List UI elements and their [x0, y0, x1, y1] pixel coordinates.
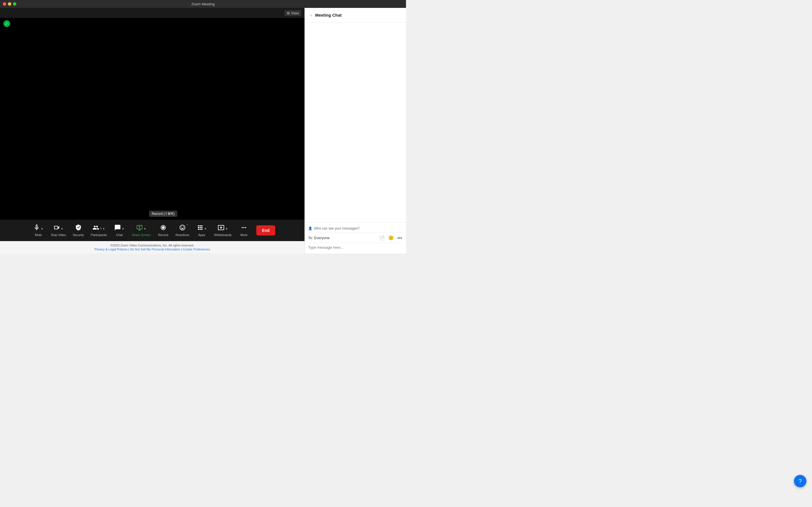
apps-label: Apps	[198, 233, 205, 237]
chat-header: ‹ Meeting Chat	[305, 8, 406, 22]
stop-video-button[interactable]: ▲ Stop Video	[49, 223, 68, 238]
chat-messages	[305, 22, 406, 222]
more-icon	[241, 224, 247, 232]
copyright-text: ©2023 Zoom Video Communications, Inc. Al…	[110, 244, 194, 247]
reactions-label: Reactions	[175, 233, 190, 237]
chat-panel: ‹ Meeting Chat 👤 Who can see your messag…	[305, 8, 406, 253]
video-area: ⊞ View ✓ Daisy Jonas ▲ Mute	[0, 8, 305, 253]
chat-button[interactable]: ▲ Chat	[110, 223, 128, 238]
footer: ©2023 Zoom Video Communications, Inc. Al…	[0, 241, 305, 253]
privacy-link[interactable]: Privacy & Legal Policies	[94, 247, 128, 251]
whiteboards-caret: ▲	[225, 227, 228, 230]
divider-1	[308, 233, 403, 233]
participants-button[interactable]: 1 ▲ Participants	[89, 223, 109, 238]
mute-caret: ▲	[41, 227, 43, 230]
divider-2	[308, 243, 403, 243]
chat-to-row: To: Everyone 📄 🙂 •••	[308, 233, 403, 242]
mute-label: Mute	[35, 233, 42, 237]
chat-collapse-button[interactable]: ‹	[309, 12, 313, 18]
stop-video-label: Stop Video	[51, 233, 66, 237]
chat-icon	[114, 224, 121, 232]
security-badge: ✓	[3, 20, 10, 27]
toolbar: ▲ Mute ▲ Stop Video	[0, 220, 305, 241]
emoji-button[interactable]: 🙂	[388, 235, 395, 241]
record-label: Record	[158, 233, 168, 237]
video-header: ⊞ View	[0, 8, 305, 18]
record-icon	[160, 224, 167, 232]
participants-count: 1	[100, 227, 102, 230]
chat-to-label: To: Everyone	[308, 236, 329, 240]
security-label: Security	[73, 233, 84, 237]
mute-button[interactable]: ▲ Mute	[29, 223, 47, 238]
share-screen-label: Share Screen	[132, 233, 151, 237]
share-screen-button[interactable]: ▲ Share Screen	[130, 223, 153, 238]
apps-caret: ▲	[204, 227, 207, 230]
shield-check-icon: ✓	[5, 21, 8, 26]
reactions-icon	[179, 224, 186, 232]
whiteboards-label: Whiteboards	[214, 233, 232, 237]
view-label: View	[291, 11, 299, 15]
more-button[interactable]: More	[235, 223, 253, 238]
apps-button[interactable]: ▲ Apps	[193, 223, 211, 238]
record-button[interactable]: Record	[154, 223, 172, 238]
chat-title: Meeting Chat	[315, 13, 342, 17]
file-attach-button[interactable]: 📄	[378, 235, 386, 241]
traffic-lights	[3, 2, 16, 6]
record-wrapper: Record Record (⇧⌘R)	[154, 223, 172, 238]
reactions-button[interactable]: + Reactions	[173, 223, 192, 238]
view-icon: ⊞	[287, 11, 290, 15]
chat-input[interactable]	[308, 244, 403, 251]
participants-label: Participants	[91, 233, 107, 237]
view-button[interactable]: ⊞ View	[285, 10, 301, 16]
chat-visibility[interactable]: 👤 Who can see your messages?	[308, 225, 403, 232]
video-caret: ▲	[61, 227, 63, 230]
whiteboards-icon	[218, 224, 224, 232]
maximize-button[interactable]	[13, 2, 16, 6]
whiteboards-button[interactable]: ▲ Whiteboards	[212, 223, 234, 238]
participants-icon	[93, 224, 99, 232]
close-button[interactable]	[3, 2, 6, 6]
more-options-button[interactable]: •••	[397, 235, 403, 241]
apps-icon	[197, 224, 204, 232]
security-button[interactable]: Security	[69, 223, 87, 238]
video-icon	[53, 224, 60, 232]
do-not-sell-link[interactable]: Do Not Sell My Personal Information	[130, 247, 180, 251]
footer-links: Privacy & Legal Policies | Do Not Sell M…	[94, 247, 210, 251]
chat-caret: ▲	[121, 227, 124, 230]
reactions-add-icon: +	[187, 223, 188, 226]
minimize-button[interactable]	[8, 2, 11, 6]
chat-actions: 📄 🙂 •••	[378, 235, 403, 241]
cookie-link[interactable]: Cookie Preferences	[183, 247, 210, 251]
svg-point-1	[162, 226, 165, 229]
microphone-icon	[33, 224, 40, 232]
chat-label: Chat	[116, 233, 123, 237]
security-icon	[75, 224, 82, 232]
window-title: Zoom Meeting	[191, 2, 214, 6]
share-screen-icon	[136, 224, 143, 232]
end-button[interactable]: End	[256, 225, 275, 235]
visibility-icon: 👤	[308, 226, 312, 230]
main-layout: ⊞ View ✓ Daisy Jonas ▲ Mute	[0, 8, 406, 253]
visibility-text: Who can see your messages?	[314, 226, 359, 230]
title-bar: Zoom Meeting	[0, 0, 406, 8]
video-main	[0, 18, 305, 220]
participants-caret: ▲	[102, 227, 105, 230]
chat-footer: 👤 Who can see your messages? To: Everyon…	[305, 222, 406, 253]
share-screen-caret: ▲	[144, 227, 146, 230]
more-label: More	[241, 233, 248, 237]
